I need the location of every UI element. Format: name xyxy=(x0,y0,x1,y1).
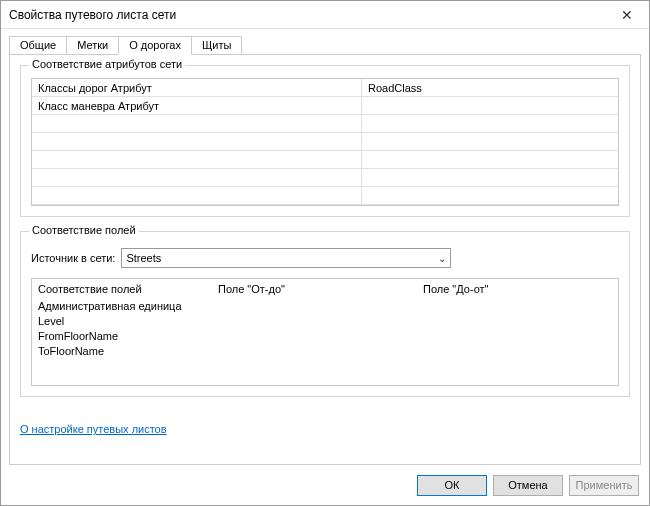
group-network-attrs: Соответствие атрибутов сети Классы дорог… xyxy=(20,65,630,217)
tab-labels[interactable]: Метки xyxy=(66,36,119,55)
source-label: Источник в сети: xyxy=(31,252,115,264)
apply-button[interactable]: Применить xyxy=(569,475,639,496)
field-mapping-grid[interactable]: Соответствие полей Поле "От-до" Поле "До… xyxy=(31,278,619,386)
close-button[interactable]: ✕ xyxy=(607,2,647,28)
dialog-buttons: ОК Отмена Применить xyxy=(1,465,649,505)
table-row[interactable]: Класс маневра Атрибут xyxy=(32,97,618,115)
tabs-container: Общие Метки О дорогах Щиты xyxy=(1,29,649,54)
attr-label: Классы дорог Атрибут xyxy=(32,79,362,97)
list-item[interactable]: FromFloorName xyxy=(38,329,612,344)
window-title: Свойства путевого листа сети xyxy=(9,8,607,22)
group-network-attrs-title: Соответствие атрибутов сети xyxy=(29,58,185,70)
cancel-button[interactable]: Отмена xyxy=(493,475,563,496)
grid-header: Соответствие полей Поле "От-до" Поле "До… xyxy=(32,283,618,299)
group-field-mapping-title: Соответствие полей xyxy=(29,224,139,236)
source-row: Источник в сети: Streets ⌄ xyxy=(31,248,619,268)
attr-value xyxy=(362,97,618,115)
tab-roads[interactable]: О дорогах xyxy=(118,36,192,55)
col-header-from-to: Поле "От-до" xyxy=(218,283,423,295)
ok-button[interactable]: ОК xyxy=(417,475,487,496)
list-item[interactable]: Административная единица xyxy=(38,299,612,314)
attr-label: Класс маневра Атрибут xyxy=(32,97,362,115)
list-item[interactable]: ToFloorName xyxy=(38,344,612,359)
source-select[interactable]: Streets ⌄ xyxy=(121,248,451,268)
list-item[interactable]: Level xyxy=(38,314,612,329)
dialog-window: Свойства путевого листа сети ✕ Общие Мет… xyxy=(0,0,650,506)
tab-shields[interactable]: Щиты xyxy=(191,36,242,55)
chevron-down-icon: ⌄ xyxy=(438,253,446,264)
help-link[interactable]: О настройке путевых листов xyxy=(20,423,630,435)
tab-page: Соответствие атрибутов сети Классы дорог… xyxy=(9,54,641,465)
col-header-mapping: Соответствие полей xyxy=(38,283,218,295)
close-icon: ✕ xyxy=(621,7,633,23)
source-select-value: Streets xyxy=(126,252,161,264)
table-row[interactable]: Классы дорог Атрибут RoadClass xyxy=(32,79,618,97)
tabs: Общие Метки О дорогах Щиты xyxy=(9,36,641,55)
network-attrs-grid[interactable]: Классы дорог Атрибут RoadClass Класс ман… xyxy=(31,78,619,206)
col-header-to-from: Поле "До-от" xyxy=(423,283,612,295)
group-field-mapping: Соответствие полей Источник в сети: Stre… xyxy=(20,231,630,397)
grid-body: Административная единица Level FromFloor… xyxy=(32,299,618,359)
attr-value: RoadClass xyxy=(362,79,618,97)
tab-general[interactable]: Общие xyxy=(9,36,67,55)
titlebar: Свойства путевого листа сети ✕ xyxy=(1,1,649,29)
